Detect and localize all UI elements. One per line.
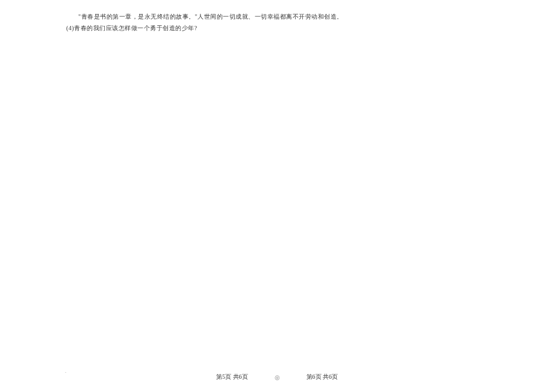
page-footer: 第5页 共6页 ◎ 第6页 共6页 — [0, 373, 554, 381]
question-line: (4)青春的我们应该怎样做一个勇于创造的少年? — [66, 23, 518, 34]
quote-line: "青春是书的第一章，是永无终结的故事。"人世间的一切成就、一切幸福都离不开劳动和… — [66, 12, 518, 22]
page-number-left: 第5页 共6页 — [216, 373, 248, 381]
page-divider-icon: ◎ — [275, 374, 280, 381]
document-content: "青春是书的第一章，是永无终结的故事。"人世间的一切成就、一切幸福都离不开劳动和… — [66, 12, 518, 34]
page-number-right: 第6页 共6页 — [307, 373, 338, 381]
